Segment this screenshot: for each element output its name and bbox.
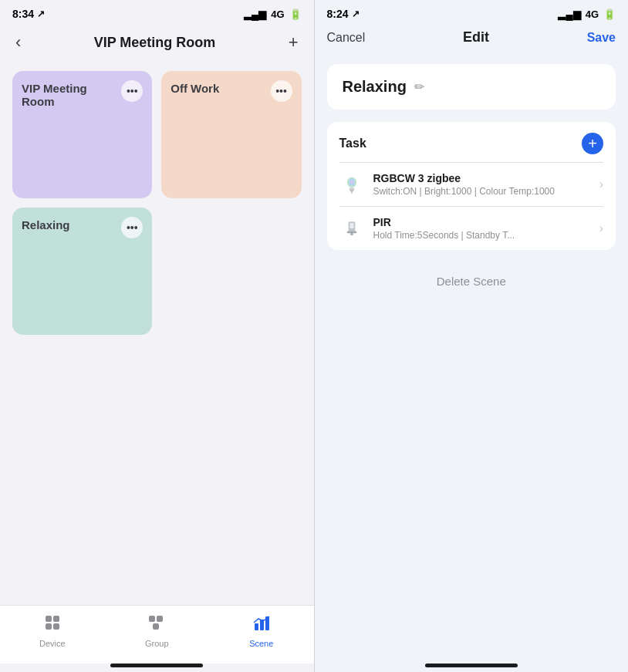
- svg-rect-12: [349, 190, 353, 191]
- menu-dots-icon: •••: [127, 85, 138, 97]
- rgbcw-name: RGBCW 3 zigbee: [373, 172, 590, 184]
- left-time: 8:34: [12, 8, 34, 20]
- task-header: Task +: [327, 122, 616, 162]
- add-task-button[interactable]: +: [582, 133, 603, 154]
- save-button[interactable]: Save: [587, 31, 616, 45]
- scene-name-display: Relaxing: [343, 78, 407, 96]
- scene-grid: VIP MeetingRoom ••• Off Work ••• Relaxin…: [0, 65, 314, 341]
- rgbcw-chevron-icon: ›: [599, 177, 603, 191]
- scene-card-vip[interactable]: VIP MeetingRoom •••: [12, 71, 152, 198]
- scene-menu-vip[interactable]: •••: [121, 80, 143, 102]
- group-tab-label: Group: [145, 639, 169, 648]
- pir-icon: [339, 216, 364, 241]
- svg-rect-16: [346, 231, 356, 234]
- menu-dots-icon-3: •••: [127, 221, 138, 234]
- cancel-button[interactable]: Cancel: [327, 31, 366, 45]
- rgbcw-detail: Switch:ON | Bright:1000 | Colour Temp:10…: [373, 186, 590, 197]
- right-status-left: 8:24 ↗: [327, 8, 360, 20]
- left-status-bar: 8:34 ↗ ▂▄▆ 4G 🔋: [0, 0, 314, 23]
- pir-info: PIR Hold Time:5Seconds | Standby T...: [373, 216, 590, 241]
- spacer: [0, 341, 314, 605]
- group-tab-icon: [147, 613, 166, 637]
- task-row-rgbcw[interactable]: RGBCW 3 zigbee Switch:ON | Bright:1000 |…: [327, 163, 616, 206]
- scene-menu-relaxing[interactable]: •••: [121, 217, 143, 238]
- svg-rect-3: [53, 623, 59, 630]
- device-tab-icon: [43, 613, 62, 637]
- svg-rect-15: [349, 223, 353, 228]
- pir-name: PIR: [373, 216, 590, 228]
- scene-card-relaxing[interactable]: Relaxing •••: [12, 208, 152, 335]
- home-indicator-left: [110, 664, 203, 667]
- edit-name-pencil-icon[interactable]: ✏: [414, 79, 424, 94]
- pir-chevron-icon: ›: [599, 221, 603, 235]
- scene-name-relaxing: Relaxing: [22, 218, 119, 231]
- scene-name-vip: VIP MeetingRoom: [22, 82, 119, 108]
- svg-rect-1: [53, 616, 59, 622]
- delete-scene-button[interactable]: Delete Scene: [327, 262, 616, 300]
- page-title: VIP Meeting Room: [94, 35, 216, 51]
- right-nav-bar: Cancel Edit Save: [315, 23, 629, 55]
- left-status-right: ▂▄▆ 4G 🔋: [244, 8, 302, 20]
- right-signal-icon: ▂▄▆: [558, 8, 580, 20]
- add-scene-button[interactable]: +: [285, 29, 302, 56]
- right-status-bar: 8:24 ↗ ▂▄▆ 4G 🔋: [315, 0, 629, 23]
- right-location-icon: ↗: [352, 8, 360, 19]
- bulb-icon: [339, 172, 364, 197]
- left-status-time-area: 8:34 ↗: [12, 8, 45, 20]
- back-icon: ‹: [15, 32, 21, 52]
- right-network: 4G: [586, 8, 599, 20]
- right-status-right: ▂▄▆ 4G 🔋: [558, 8, 616, 20]
- device-tab-label: Device: [39, 639, 66, 648]
- svg-rect-17: [350, 233, 353, 235]
- tab-scene[interactable]: Scene: [238, 613, 285, 648]
- edit-content: Relaxing ✏ Task +: [315, 55, 629, 664]
- edit-title: Edit: [463, 29, 489, 46]
- home-indicator-right: [425, 664, 518, 667]
- task-card: Task +: [327, 122, 616, 250]
- tab-device[interactable]: Device: [29, 613, 76, 648]
- scene-card-offwork[interactable]: Off Work •••: [161, 71, 301, 198]
- left-location-icon: ↗: [37, 8, 45, 19]
- right-time: 8:24: [327, 8, 349, 20]
- svg-rect-5: [157, 616, 163, 622]
- scene-name-offwork: Off Work: [171, 82, 268, 95]
- scene-tab-label: Scene: [249, 639, 273, 648]
- left-network: 4G: [271, 8, 284, 20]
- left-panel: 8:34 ↗ ▂▄▆ 4G 🔋 ‹ VIP Meeting Room + VIP…: [0, 0, 314, 672]
- add-task-icon: +: [588, 136, 597, 151]
- task-section-title: Task: [339, 137, 366, 150]
- tab-bar: Device Group Scene: [0, 605, 314, 664]
- scene-menu-offwork[interactable]: •••: [271, 80, 292, 102]
- menu-dots-icon-2: •••: [275, 85, 287, 97]
- back-button[interactable]: ‹: [12, 29, 24, 56]
- svg-rect-0: [46, 616, 52, 622]
- svg-rect-11: [349, 187, 354, 190]
- left-signal-icon: ▂▄▆: [244, 8, 266, 20]
- tab-group[interactable]: Group: [133, 613, 180, 648]
- task-row-pir[interactable]: PIR Hold Time:5Seconds | Standby T... ›: [327, 207, 616, 250]
- svg-rect-6: [153, 623, 159, 630]
- right-spacer: [327, 312, 616, 654]
- right-panel: 8:24 ↗ ▂▄▆ 4G 🔋 Cancel Edit Save Relaxin…: [315, 0, 629, 672]
- scene-tab-icon: [252, 613, 271, 637]
- svg-point-10: [346, 177, 356, 187]
- add-icon: +: [289, 32, 299, 52]
- left-battery-icon: 🔋: [289, 8, 302, 20]
- scene-name-card: Relaxing ✏: [327, 64, 616, 110]
- right-battery-icon: 🔋: [603, 8, 616, 20]
- rgbcw-info: RGBCW 3 zigbee Switch:ON | Bright:1000 |…: [373, 172, 590, 197]
- pir-detail: Hold Time:5Seconds | Standby T...: [373, 230, 590, 241]
- svg-rect-2: [46, 623, 52, 630]
- svg-rect-7: [255, 623, 258, 630]
- left-nav-bar: ‹ VIP Meeting Room +: [0, 23, 314, 65]
- svg-rect-4: [149, 616, 155, 622]
